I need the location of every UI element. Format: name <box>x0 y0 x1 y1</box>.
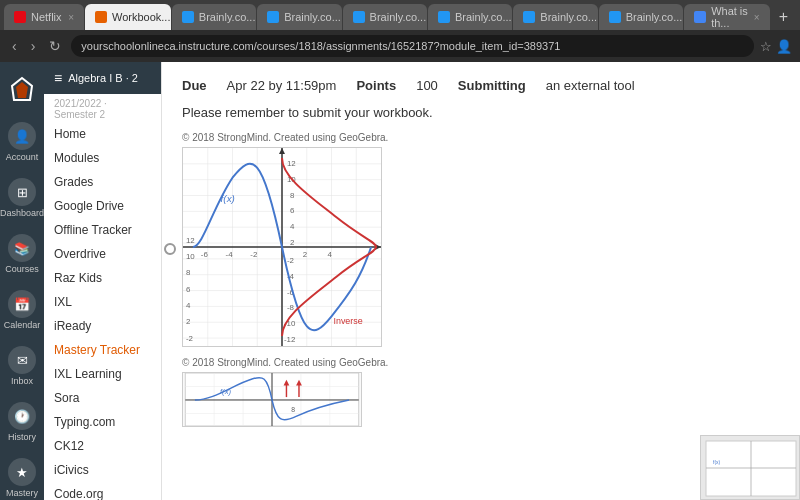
svg-text:-2: -2 <box>186 334 193 343</box>
thumbnail-graph: f(x) 8 <box>182 372 362 427</box>
tab-what[interactable]: What is th... × <box>684 4 769 30</box>
history-icon: 🕐 <box>8 402 36 430</box>
svg-text:4: 4 <box>328 250 333 259</box>
svg-text:-2: -2 <box>287 256 294 265</box>
nav-home[interactable]: Home <box>44 122 161 146</box>
sidebar-item-account[interactable]: 👤 Account <box>0 114 44 170</box>
brainly4-favicon <box>438 11 450 23</box>
tab-brainly1-label: Brainly.co... <box>199 11 256 23</box>
nav-ck12[interactable]: CK12 <box>44 434 161 458</box>
svg-text:f(x): f(x) <box>221 193 235 204</box>
sidebar-item-history[interactable]: 🕐 History <box>0 394 44 450</box>
svg-text:4: 4 <box>290 222 295 231</box>
svg-text:10: 10 <box>186 252 195 261</box>
tab-brainly2[interactable]: Brainly.co... × <box>257 4 341 30</box>
nav-typing[interactable]: Typing.com <box>44 410 161 434</box>
due-value: Apr 22 by 11:59pm <box>227 78 337 93</box>
tab-brainly6-label: Brainly.co... <box>626 11 683 23</box>
svg-text:2: 2 <box>303 250 307 259</box>
mastery-label: Mastery <box>6 488 38 498</box>
dashboard-label: Dashboard <box>0 208 44 218</box>
address-input[interactable] <box>71 35 754 57</box>
nav-iready[interactable]: iReady <box>44 314 161 338</box>
courses-icon: 📚 <box>8 234 36 262</box>
submitting-value: an external tool <box>546 78 635 93</box>
tab-brainly3-label: Brainly.co... <box>370 11 427 23</box>
svg-text:-4: -4 <box>226 250 234 259</box>
brainly6-favicon <box>609 11 621 23</box>
svg-text:-2: -2 <box>250 250 257 259</box>
sidebar-item-mastery[interactable]: ★ Mastery <box>0 450 44 500</box>
due-label: Due <box>182 78 207 93</box>
back-button[interactable]: ‹ <box>8 36 21 56</box>
nav-ixl-learning[interactable]: IXL Learning <box>44 362 161 386</box>
hamburger-icon[interactable]: ≡ <box>54 70 62 86</box>
canvas-favicon <box>95 11 107 23</box>
nav-google-drive[interactable]: Google Drive <box>44 194 161 218</box>
svg-text:8: 8 <box>291 406 295 413</box>
nav-grades[interactable]: Grades <box>44 170 161 194</box>
account-avatar: 👤 <box>8 122 36 150</box>
inbox-label: Inbox <box>11 376 33 386</box>
svg-text:8: 8 <box>290 191 295 200</box>
svg-text:6: 6 <box>290 206 295 215</box>
bottom-right-thumbnail: f(x) <box>700 435 800 500</box>
tab-what-label: What is th... <box>711 5 749 29</box>
tab-workbook[interactable]: Workbook... × <box>85 4 171 30</box>
points-value: 100 <box>416 78 438 93</box>
radio-button[interactable] <box>164 243 176 255</box>
graph-svg: 12 10 8 6 4 2 -2 -6 -4 -2 2 4 12 10 8 6 … <box>183 148 381 346</box>
nav-icivics[interactable]: iCivics <box>44 458 161 482</box>
inbox-icon: ✉ <box>8 346 36 374</box>
tab-netflix[interactable]: Netflix × <box>4 4 84 30</box>
netflix-favicon <box>14 11 26 23</box>
nav-overdrive[interactable]: Overdrive <box>44 242 161 266</box>
nav-offline-tracker[interactable]: Offline Tracker <box>44 218 161 242</box>
tab-brainly6[interactable]: Brainly.co... × <box>599 4 683 30</box>
nav-modules[interactable]: Modules <box>44 146 161 170</box>
nav-ixl[interactable]: IXL <box>44 290 161 314</box>
tab-close[interactable]: × <box>68 12 74 23</box>
sidebar-item-inbox[interactable]: ✉ Inbox <box>0 338 44 394</box>
sidebar-item-calendar[interactable]: 📅 Calendar <box>0 282 44 338</box>
semester-info: 2021/2022 · Semester 2 <box>44 94 161 122</box>
tab-netflix-label: Netflix <box>31 11 62 23</box>
reload-button[interactable]: ↻ <box>45 36 65 56</box>
nav-mastery-tracker[interactable]: Mastery Tracker <box>44 338 161 362</box>
bookmark-icon[interactable]: ☆ <box>760 39 772 54</box>
geogebra-credit1: © 2018 StrongMind. Created using GeoGebr… <box>182 132 780 143</box>
svg-text:2: 2 <box>186 317 190 326</box>
nav-raz-kids[interactable]: Raz Kids <box>44 266 161 290</box>
address-icons: ☆ 👤 <box>760 39 792 54</box>
tab-brainly2-label: Brainly.co... <box>284 11 341 23</box>
sidebar-item-dashboard[interactable]: ⊞ Dashboard <box>0 170 44 226</box>
icon-nav: 👤 Account ⊞ Dashboard 📚 Courses 📅 Calend… <box>0 62 44 500</box>
tab-brainly5[interactable]: Brainly.co... × <box>513 4 597 30</box>
forward-button[interactable]: › <box>27 36 40 56</box>
svg-text:f(x): f(x) <box>713 459 721 465</box>
new-tab-button[interactable]: + <box>771 8 796 26</box>
tab-close-what[interactable]: × <box>754 12 760 23</box>
sidebar-item-courses[interactable]: 📚 Courses <box>0 226 44 282</box>
thumbnail-svg: f(x) 8 <box>183 373 361 426</box>
brainly-favicon <box>182 11 194 23</box>
tab-brainly4[interactable]: Brainly.co... × <box>428 4 512 30</box>
meta-row: Due Apr 22 by 11:59pm Points 100 Submitt… <box>182 78 780 93</box>
account-icon[interactable]: 👤 <box>776 39 792 54</box>
account-label: Account <box>6 152 39 162</box>
tab-brainly5-label: Brainly.co... <box>540 11 597 23</box>
nav-code[interactable]: Code.org <box>44 482 161 500</box>
points-label: Points <box>356 78 396 93</box>
graph-container: 12 10 8 6 4 2 -2 -6 -4 -2 2 4 12 10 8 6 … <box>182 147 382 347</box>
nav-sora[interactable]: Sora <box>44 386 161 410</box>
tab-brainly1[interactable]: Brainly.co... × <box>172 4 256 30</box>
what-favicon <box>694 11 706 23</box>
svg-text:12: 12 <box>186 236 195 245</box>
svg-text:12: 12 <box>287 159 296 168</box>
brainly5-favicon <box>523 11 535 23</box>
calendar-label: Calendar <box>4 320 41 330</box>
address-bar: ‹ › ↻ ☆ 👤 <box>0 30 800 62</box>
svg-text:-6: -6 <box>201 250 209 259</box>
tab-brainly3[interactable]: Brainly.co... × <box>343 4 427 30</box>
geogebra-credit2: © 2018 StrongMind. Created using GeoGebr… <box>182 357 780 368</box>
